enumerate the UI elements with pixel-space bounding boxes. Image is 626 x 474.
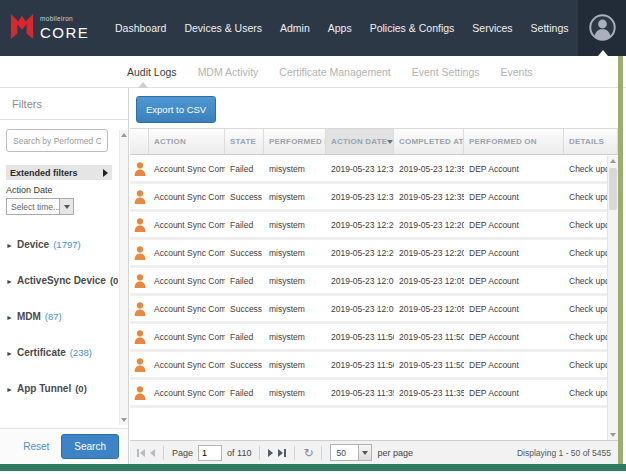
dropdown-button[interactable] bbox=[59, 199, 73, 214]
export-to-csv-button[interactable]: Export to CSV bbox=[136, 96, 216, 123]
cell-action-date: 2019-05-23 11:50:2... bbox=[326, 332, 394, 342]
cell-performed-on: DEP Account bbox=[464, 248, 564, 258]
cell-details: Check update... bbox=[564, 248, 607, 258]
table-row[interactable]: Account Sync CompletedFailedmisystem2019… bbox=[130, 380, 607, 408]
scroll-down-icon[interactable] bbox=[610, 433, 616, 437]
category-count: (0) bbox=[110, 275, 118, 286]
table-row[interactable]: Account Sync CompletedSuccessmisystem201… bbox=[130, 352, 607, 380]
icon-column-header bbox=[130, 129, 149, 154]
per-page-select[interactable]: 50 bbox=[330, 444, 372, 461]
cell-performed-by: misystem bbox=[264, 192, 326, 202]
nav-item-services[interactable]: Services bbox=[463, 0, 521, 56]
column-header-performed-by[interactable]: PERFORMED BY bbox=[264, 129, 326, 154]
cell-action: Account Sync Completed bbox=[149, 304, 225, 314]
cell-action: Account Sync Completed bbox=[149, 332, 225, 342]
nav-item-admin[interactable]: Admin bbox=[271, 0, 319, 56]
cell-action: Account Sync Completed bbox=[149, 192, 225, 202]
audit-logs-main: Export to CSV ACTION STATE PERFORMED BY … bbox=[130, 88, 618, 440]
cell-performed-on: DEP Account bbox=[464, 360, 564, 370]
nav-item-apps[interactable]: Apps bbox=[319, 0, 361, 56]
cell-state: Failed bbox=[225, 388, 264, 398]
cell-completed-at: 2019-05-23 12:35:2... bbox=[394, 164, 464, 174]
time-select-dropdown[interactable]: Select time... bbox=[6, 198, 74, 215]
cell-action-date: 2019-05-23 12:35:2... bbox=[326, 164, 394, 174]
performed-on-search-input[interactable] bbox=[6, 129, 108, 152]
sidebar-category-mdm[interactable]: ►MDM(87) bbox=[6, 311, 118, 322]
extended-filters-toggle[interactable]: Extended filters bbox=[6, 165, 112, 180]
table-row[interactable]: Account Sync CompletedFailedmisystem2019… bbox=[130, 268, 607, 296]
cell-action: Account Sync Completed bbox=[149, 360, 225, 370]
nav-item-devices-users[interactable]: Devices & Users bbox=[175, 0, 271, 56]
next-page-button[interactable] bbox=[268, 449, 273, 457]
table-body: Account Sync CompletedFailedmisystem2019… bbox=[130, 156, 607, 440]
user-icon bbox=[130, 162, 149, 176]
tab-certificate-management[interactable]: Certificate Management bbox=[279, 66, 390, 78]
user-icon bbox=[130, 218, 149, 232]
cell-details: Check update... bbox=[564, 164, 607, 174]
cell-details: Check update... bbox=[564, 360, 607, 370]
sidebar-category-app-tunnel[interactable]: ►App Tunnel(0) bbox=[6, 383, 118, 394]
user-icon bbox=[130, 190, 149, 204]
sidebar-scrollbar[interactable] bbox=[119, 130, 128, 425]
user-icon bbox=[134, 330, 146, 344]
nav-item-policies-configs[interactable]: Policies & Configs bbox=[361, 0, 464, 56]
last-page-button[interactable] bbox=[278, 449, 286, 457]
sidebar-category-activesync-device[interactable]: ►ActiveSync Device(0) bbox=[6, 275, 118, 286]
cell-performed-on: DEP Account bbox=[464, 192, 564, 202]
column-header-performed-on[interactable]: PERFORMED ON bbox=[464, 129, 564, 154]
tab-audit-logs[interactable]: Audit Logs bbox=[127, 66, 177, 78]
column-header-action[interactable]: ACTION bbox=[149, 129, 225, 154]
cell-state: Failed bbox=[225, 276, 264, 286]
table-row[interactable]: Account Sync CompletedSuccessmisystem201… bbox=[130, 296, 607, 324]
column-header-action-date[interactable]: ACTION DATE bbox=[326, 129, 394, 154]
first-page-button[interactable] bbox=[137, 449, 145, 457]
cell-action-date: 2019-05-23 11:50:2... bbox=[326, 360, 394, 370]
brand[interactable]: mobileiron CORE bbox=[0, 12, 98, 44]
cell-action: Account Sync Completed bbox=[149, 388, 225, 398]
nav-item-settings[interactable]: Settings bbox=[522, 0, 578, 56]
table-row[interactable]: Account Sync CompletedSuccessmisystem201… bbox=[130, 240, 607, 268]
page-number-input[interactable] bbox=[198, 445, 222, 461]
pagination-bar: Page of 110 ↻ 50 per page Displaying 1 -… bbox=[130, 440, 618, 464]
tab-mdm-activity[interactable]: MDM Activity bbox=[198, 66, 259, 78]
dropdown-button[interactable] bbox=[358, 445, 371, 460]
table-row[interactable]: Account Sync CompletedFailedmisystem2019… bbox=[130, 324, 607, 352]
user-icon bbox=[130, 246, 149, 260]
table-row[interactable]: Account Sync CompletedFailedmisystem2019… bbox=[130, 156, 607, 184]
scrollbar-thumb[interactable] bbox=[609, 168, 617, 210]
search-button[interactable]: Search bbox=[61, 434, 119, 459]
tab-event-settings[interactable]: Event Settings bbox=[412, 66, 480, 78]
table-row[interactable]: Account Sync CompletedFailedmisystem2019… bbox=[130, 212, 607, 240]
column-header-completed-at[interactable]: COMPLETED AT bbox=[394, 129, 464, 154]
user-icon bbox=[130, 274, 149, 288]
cell-state: Failed bbox=[225, 220, 264, 230]
user-icon bbox=[130, 302, 149, 316]
nav-item-dashboard[interactable]: Dashboard bbox=[106, 0, 175, 56]
refresh-icon[interactable]: ↻ bbox=[303, 447, 313, 459]
user-icon bbox=[134, 190, 146, 204]
category-label: Certificate bbox=[17, 347, 66, 358]
cell-state: Success bbox=[225, 192, 264, 202]
table-scrollbar[interactable] bbox=[607, 156, 618, 440]
tab-events[interactable]: Events bbox=[501, 66, 533, 78]
reset-button[interactable]: Reset bbox=[23, 441, 49, 452]
table-row[interactable]: Account Sync CompletedSuccessmisystem201… bbox=[130, 184, 607, 212]
cell-performed-on: DEP Account bbox=[464, 220, 564, 230]
scroll-up-icon[interactable] bbox=[121, 133, 127, 137]
scroll-down-icon[interactable] bbox=[121, 418, 127, 422]
user-icon bbox=[134, 162, 146, 176]
previous-page-button[interactable] bbox=[150, 449, 155, 457]
toolbar-separator bbox=[321, 446, 322, 460]
cell-performed-by: misystem bbox=[264, 276, 326, 286]
scroll-up-icon[interactable] bbox=[610, 159, 616, 163]
sidebar-category-device[interactable]: ►Device(1797) bbox=[6, 239, 118, 250]
filters-panel: Filters Extended filters Action Date Sel… bbox=[0, 88, 129, 464]
sidebar-category-certificate[interactable]: ►Certificate(238) bbox=[6, 347, 118, 358]
user-avatar[interactable] bbox=[589, 14, 616, 41]
cell-completed-at: 2019-05-23 11:35:2... bbox=[394, 388, 464, 398]
filters-body: Extended filters Action Date Select time… bbox=[0, 121, 118, 428]
cell-performed-by: misystem bbox=[264, 360, 326, 370]
cell-completed-at: 2019-05-23 12:05:2... bbox=[394, 276, 464, 286]
column-header-state[interactable]: STATE bbox=[225, 129, 264, 154]
column-header-details[interactable]: DETAILS bbox=[564, 129, 618, 154]
